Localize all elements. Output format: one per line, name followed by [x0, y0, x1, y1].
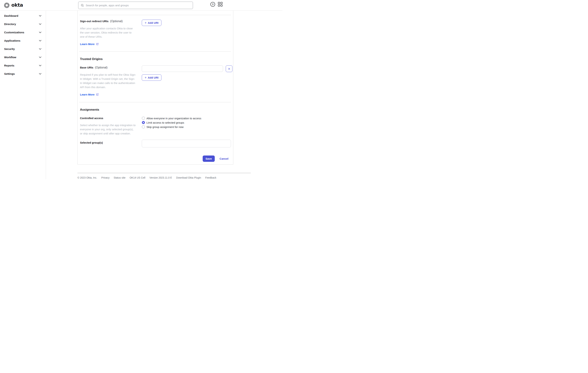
selected-groups-input[interactable]: [142, 140, 231, 147]
sidebar-item-label: Directory: [4, 22, 16, 26]
signout-uris-label: Sign-out redirect URIs: [80, 20, 108, 23]
sidebar-item-security[interactable]: Security: [0, 45, 46, 53]
sidebar-item-label: Settings: [4, 72, 15, 75]
radio-label: Limit access to selected groups: [147, 121, 184, 124]
signout-redirect-row: Sign-out redirect URIs (Optional) After …: [78, 15, 233, 51]
top-header: okta ?: [0, 0, 283, 11]
okta-sunburst-icon: [4, 2, 10, 8]
help-icon[interactable]: ?: [210, 2, 215, 7]
feedback-link[interactable]: Feedback: [205, 176, 216, 179]
trusted-origins-learn-more-link[interactable]: Learn More: [80, 93, 99, 96]
radio-label: Allow everyone in your organization to a…: [147, 117, 201, 120]
external-link-icon: [96, 93, 99, 96]
sidebar-nav: Dashboard Directory Customizations Appli…: [0, 11, 46, 179]
chevron-down-icon: [39, 15, 42, 17]
controlled-access-radio-group: Allow everyone in your organization to a…: [142, 117, 233, 128]
save-button[interactable]: Save: [203, 156, 215, 162]
chevron-down-icon: [39, 73, 42, 75]
radio-label: Skip group assignment for now: [147, 125, 184, 128]
sidebar-item-directory[interactable]: Directory: [0, 20, 46, 28]
privacy-link[interactable]: Privacy: [101, 176, 110, 179]
plus-icon: +: [145, 76, 147, 79]
cell-label: OK14 US Cell: [129, 176, 145, 179]
signout-uris-description: After your application contacts Okta to …: [80, 26, 136, 39]
sidebar-item-reports[interactable]: Reports: [0, 61, 46, 70]
radio-icon: [142, 121, 145, 124]
sidebar-item-label: Applications: [4, 39, 20, 42]
controlled-access-description: Select whether to assign the app integra…: [80, 123, 136, 136]
sidebar-item-label: Workflow: [4, 56, 16, 59]
sidebar-item-customizations[interactable]: Customizations: [0, 28, 46, 36]
add-base-uri-button[interactable]: + Add URI: [142, 75, 161, 81]
assignments-heading: Assignments: [78, 108, 233, 112]
selected-groups-label: Selected group(s): [80, 140, 136, 144]
sidebar-item-label: Security: [4, 47, 15, 51]
external-link-icon: [96, 43, 99, 45]
radio-skip-assignment[interactable]: Skip group assignment for now: [142, 125, 233, 128]
footer-divider: [77, 173, 251, 173]
add-uri-label: Add URI: [148, 76, 158, 79]
base-uri-input[interactable]: [142, 65, 223, 72]
remove-uri-button[interactable]: [226, 65, 232, 72]
cancel-button[interactable]: Cancel: [220, 157, 228, 160]
apps-grid-icon[interactable]: [218, 2, 223, 7]
plus-icon: +: [145, 22, 147, 24]
okta-wordmark: okta: [11, 2, 23, 8]
optional-tag: (Optional): [95, 66, 107, 69]
base-uris-label: Base URIs: [80, 66, 93, 69]
add-uri-label: Add URI: [148, 21, 158, 24]
chevron-down-icon: [39, 65, 42, 66]
app-settings-card: Sign-out redirect URIs (Optional) After …: [77, 11, 233, 165]
chevron-down-icon: [39, 56, 42, 58]
chevron-down-icon: [39, 48, 42, 50]
sidebar-item-workflow[interactable]: Workflow: [0, 53, 46, 61]
sidebar-item-label: Dashboard: [4, 14, 18, 17]
base-uris-description: Required if you plan to self-host the Ok…: [80, 73, 136, 89]
sidebar-item-label: Reports: [4, 64, 14, 67]
controlled-access-label: Controlled access: [80, 117, 136, 120]
status-site-link[interactable]: Status site: [114, 176, 125, 179]
radio-limit-access[interactable]: Limit access to selected groups: [142, 121, 233, 124]
main-content: Sign-out redirect URIs (Optional) After …: [46, 11, 283, 179]
sidebar-item-dashboard[interactable]: Dashboard: [0, 11, 46, 20]
close-icon: [228, 68, 230, 70]
sidebar-item-settings[interactable]: Settings: [0, 70, 46, 78]
trusted-origins-section: Trusted Origins Base URIs (Optional) Req…: [78, 52, 233, 102]
add-signout-uri-button[interactable]: + Add URI: [142, 20, 161, 26]
optional-tag: (Optional): [110, 20, 123, 23]
sidebar-item-label: Customizations: [4, 31, 24, 34]
chevron-down-icon: [39, 23, 42, 25]
copyright-text: © 2023 Okta, Inc.: [77, 176, 97, 179]
radio-allow-everyone[interactable]: Allow everyone in your organization to a…: [142, 117, 233, 120]
trusted-origins-heading: Trusted Origins: [78, 57, 233, 61]
sidebar-item-applications[interactable]: Applications: [0, 36, 46, 45]
download-plugin-link[interactable]: Download Okta Plugin: [176, 176, 201, 179]
search-input[interactable]: [86, 2, 193, 9]
chevron-down-icon: [39, 40, 42, 42]
search-icon: [81, 4, 84, 7]
global-search[interactable]: [78, 2, 193, 9]
signout-learn-more-link[interactable]: Learn More: [80, 43, 99, 46]
radio-icon: [142, 117, 145, 120]
learn-more-label: Learn More: [80, 43, 94, 46]
form-actions: Save Cancel: [78, 156, 233, 164]
assignments-section: Assignments Controlled access Select whe…: [78, 102, 233, 164]
okta-logo[interactable]: okta: [4, 0, 23, 11]
version-label: Version 2023.11.0 E: [149, 176, 172, 179]
learn-more-label: Learn More: [80, 93, 94, 96]
radio-icon: [142, 125, 145, 128]
chevron-down-icon: [39, 32, 42, 33]
page-footer: © 2023 Okta, Inc. Privacy Status site OK…: [77, 173, 251, 179]
